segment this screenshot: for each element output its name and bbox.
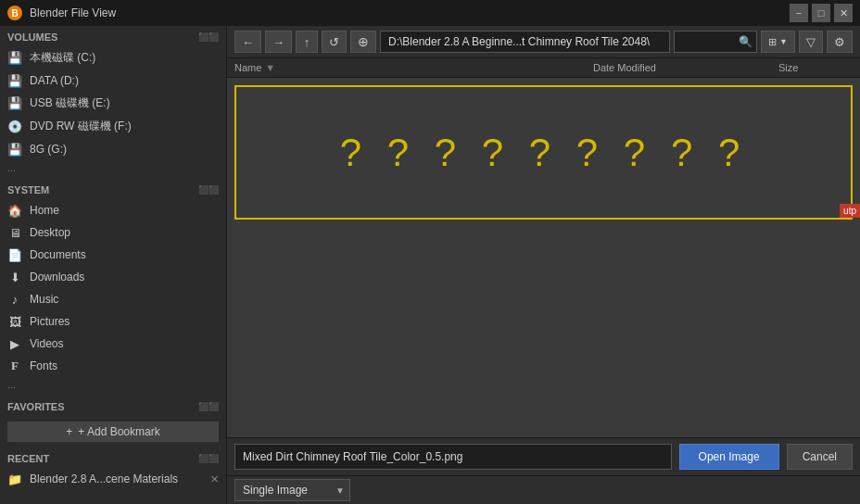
path-input[interactable]	[380, 31, 670, 53]
sidebar-item-label: DVD RW 磁碟機 (F:)	[30, 119, 132, 134]
titlebar: B Blender File View − □ ✕	[0, 0, 860, 26]
col-sort-icon: ▼	[265, 62, 275, 73]
main-container: Volumes ⬛⬛ 💾 本機磁碟 (C:) 💾 DATA (D:) 💾 USB…	[0, 26, 860, 504]
file-type-select[interactable]: Single Image Image Sequence Movie	[234, 479, 350, 501]
recent-section-header[interactable]: Recent ⬛⬛	[0, 447, 226, 468]
recent-item-close-button[interactable]: ✕	[210, 473, 219, 485]
view-dropdown-arrow: ▼	[779, 37, 788, 46]
system-expand-icon: ⬛⬛	[198, 185, 219, 195]
minimize-button[interactable]: −	[790, 4, 808, 22]
sidebar-item-label: Fonts	[30, 359, 57, 372]
videos-icon: ▶	[7, 336, 22, 351]
col-size-header[interactable]: Size	[778, 62, 853, 73]
dvd-drive-icon: 💿	[7, 120, 22, 134]
filename-input[interactable]	[234, 444, 672, 470]
recent-label: Recent	[7, 453, 49, 464]
volumes-more[interactable]: ...	[0, 160, 226, 175]
fonts-icon: F	[7, 359, 22, 373]
sidebar-item-label: Music	[30, 293, 58, 306]
bookmark-add-button[interactable]: ⊕	[350, 31, 376, 53]
system-list: 🏠 Home 🖥 Desktop 📄 Documents ⬇ Downloads…	[0, 199, 226, 396]
sidebar-item-downloads[interactable]: ⬇ Downloads	[0, 266, 226, 288]
sidebar-item-label: DATA (D:)	[30, 74, 79, 87]
drive-icon: 💾	[7, 73, 22, 88]
filter-icon: ▽	[806, 35, 816, 49]
add-bookmark-button[interactable]: + + Add Bookmark	[7, 422, 219, 442]
sidebar-item-d-drive[interactable]: 💾 DATA (D:)	[0, 69, 226, 92]
cancel-button[interactable]: Cancel	[787, 444, 853, 470]
sidebar-item-label: 本機磁碟 (C:)	[30, 50, 95, 66]
sidebar-item-label: Videos	[30, 337, 63, 350]
sidebar-item-pictures[interactable]: 🖼 Pictures	[0, 310, 226, 333]
file-type-dropdown-wrap: Single Image Image Sequence Movie ▼	[234, 479, 350, 501]
filter-button[interactable]: ▽	[799, 31, 823, 53]
col-date-label: Date Modified	[593, 62, 656, 73]
sidebar-item-home[interactable]: 🏠 Home	[0, 199, 226, 221]
recent-item-blender[interactable]: 📁 Blender 2.8 A...cene Materials ✕	[0, 468, 226, 490]
drive-icon: 💾	[7, 142, 22, 157]
up-button[interactable]: ↑	[296, 31, 318, 53]
view-toggle-button[interactable]: ⊞ ▼	[761, 31, 795, 53]
downloads-icon: ⬇	[7, 270, 22, 284]
drive-icon: 💾	[7, 51, 22, 66]
sidebar-item-c-drive[interactable]: 💾 本機磁碟 (C:)	[0, 46, 226, 69]
file-list-header: Name ▼ Date Modified Size	[227, 58, 860, 78]
favorites-section-header[interactable]: Favorites ⬛⬛	[0, 396, 226, 416]
window-controls: − □ ✕	[790, 4, 853, 22]
sidebar-item-videos[interactable]: ▶ Videos	[0, 333, 226, 355]
sidebar-item-documents[interactable]: 📄 Documents	[0, 244, 226, 266]
forward-button[interactable]: →	[265, 31, 292, 53]
sidebar-item-label: Documents	[30, 248, 86, 261]
open-image-button[interactable]: Open Image	[679, 444, 779, 470]
navigation-toolbar: ← → ↑ ↺ ⊕ 🔍 ⊞ ▼ ▽ ⚙	[227, 26, 860, 58]
volumes-expand-icon: ⬛⬛	[198, 32, 219, 42]
refresh-button[interactable]: ↺	[322, 31, 347, 53]
sidebar-item-label: Desktop	[30, 226, 70, 239]
system-section-header[interactable]: System ⬛⬛	[0, 179, 226, 199]
sidebar-item-music[interactable]: ♪ Music	[0, 288, 226, 310]
sidebar-item-label: Home	[30, 204, 59, 217]
maximize-button[interactable]: □	[812, 4, 830, 22]
system-more[interactable]: ...	[0, 377, 226, 392]
recent-item-label: Blender 2.8 A...cene Materials	[30, 472, 203, 485]
sidebar-item-label: Pictures	[30, 315, 70, 328]
volumes-list: 💾 本機磁碟 (C:) 💾 DATA (D:) 💾 USB 磁碟機 (E:) 💿…	[0, 46, 226, 179]
volumes-label: Volumes	[7, 32, 57, 43]
sidebar-item-g-drive[interactable]: 💾 8G (G:)	[0, 138, 226, 160]
folder-icon: 📁	[7, 472, 22, 486]
music-icon: ♪	[7, 292, 22, 307]
sidebar-item-label: 8G (G:)	[30, 143, 67, 156]
volumes-section-header[interactable]: Volumes ⬛⬛	[0, 26, 226, 46]
loading-area: ? ? ? ? ? ? ? ? ?	[234, 85, 853, 220]
favorites-label: Favorites	[7, 401, 65, 412]
settings-button[interactable]: ⚙	[827, 31, 853, 53]
sidebar-item-f-drive[interactable]: 💿 DVD RW 磁碟機 (F:)	[0, 115, 226, 138]
file-browser[interactable]: ? ? ? ? ? ? ? ? ? utp	[227, 78, 860, 437]
col-name-header[interactable]: Name ▼	[234, 62, 593, 73]
question-marks: ? ? ? ? ? ? ? ? ?	[340, 131, 748, 175]
back-button[interactable]: ←	[234, 31, 261, 53]
grid-icon: ⊞	[768, 36, 777, 48]
sidebar-item-e-drive[interactable]: 💾 USB 磁碟機 (E:)	[0, 92, 226, 115]
sidebar-item-label: USB 磁碟機 (E:)	[30, 95, 110, 111]
usb-drive-icon: 💾	[7, 96, 22, 111]
col-size-label: Size	[778, 62, 798, 73]
recent-expand-icon: ⬛⬛	[198, 454, 219, 463]
search-wrap: 🔍	[674, 31, 757, 53]
favorites-expand-icon: ⬛⬛	[198, 402, 219, 411]
gear-icon: ⚙	[834, 35, 845, 49]
output-label: utp	[840, 204, 860, 218]
documents-icon: 📄	[7, 247, 22, 262]
bottom-bar: Open Image Cancel	[227, 437, 860, 475]
add-bookmark-plus-icon: +	[66, 425, 72, 438]
add-bookmark-label: + Add Bookmark	[78, 425, 159, 438]
sidebar-item-fonts[interactable]: F Fonts	[0, 355, 226, 377]
file-type-row: Single Image Image Sequence Movie ▼	[227, 475, 860, 504]
sidebar-item-desktop[interactable]: 🖥 Desktop	[0, 221, 226, 244]
search-input[interactable]	[674, 31, 757, 53]
col-date-header[interactable]: Date Modified	[593, 62, 778, 73]
desktop-icon: 🖥	[7, 225, 22, 240]
close-button[interactable]: ✕	[834, 4, 853, 22]
home-icon: 🏠	[7, 203, 22, 218]
sidebar-item-label: Downloads	[30, 271, 84, 284]
